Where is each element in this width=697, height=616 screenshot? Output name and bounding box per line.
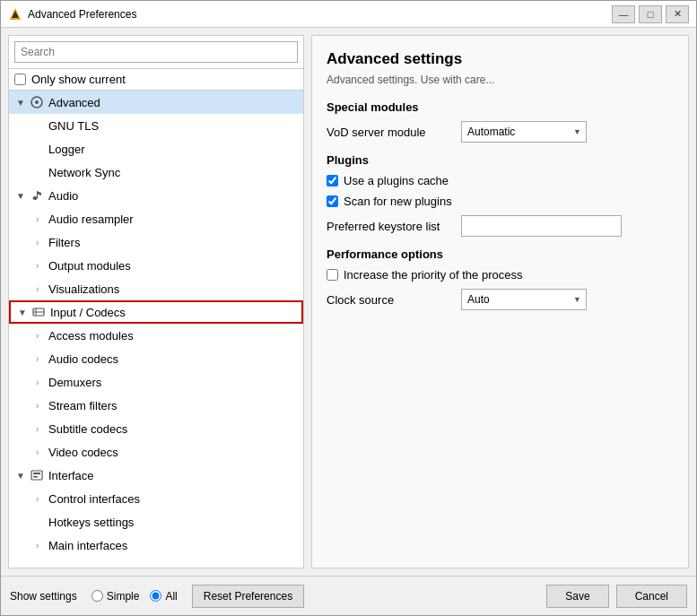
- tree-item-visualizations[interactable]: › Visualizations: [9, 277, 303, 300]
- arrow-interface: ▼: [16, 471, 29, 481]
- clock-source-select-wrapper: Auto Default Monotonic: [461, 289, 587, 310]
- all-radio[interactable]: [150, 590, 161, 602]
- svg-rect-2: [11, 18, 20, 20]
- only-current-checkbox[interactable]: [14, 74, 26, 85]
- only-current-row: Only show current: [9, 69, 303, 91]
- radio-group: Simple All: [91, 590, 178, 603]
- section-special-modules: Special modules: [327, 100, 674, 114]
- svg-rect-10: [31, 471, 42, 480]
- simple-radio[interactable]: [91, 590, 103, 602]
- interface-icon: [29, 467, 45, 483]
- arrow-visualizations: ›: [36, 284, 48, 294]
- tree-item-audio-resampler[interactable]: › Audio resampler: [9, 207, 303, 230]
- vlc-icon: [8, 7, 22, 22]
- arrow-filters: ›: [36, 238, 48, 247]
- tree-item-access-modules[interactable]: › Access modules: [9, 324, 303, 347]
- reset-preferences-button[interactable]: Reset Preferences: [192, 585, 304, 608]
- svg-rect-11: [33, 473, 40, 474]
- vod-row: VoD server module Automatic None: [327, 121, 674, 143]
- arrow-stream-filters: ›: [36, 401, 48, 411]
- preferred-keystore-input[interactable]: [461, 215, 622, 237]
- tree-item-main-interfaces[interactable]: › Main interfaces: [9, 534, 303, 557]
- increase-priority-row: Increase the priority of the process: [327, 268, 674, 282]
- input-codecs-icon: [30, 304, 47, 320]
- tree-label-output-modules: Output modules: [48, 259, 131, 273]
- increase-priority-checkbox[interactable]: [327, 269, 338, 281]
- panel-subtitle: Advanced settings. Use with care...: [327, 74, 674, 86]
- search-input[interactable]: [14, 41, 298, 63]
- arrow-audio-resampler: ›: [36, 214, 48, 224]
- simple-label: Simple: [107, 590, 140, 603]
- tree-label-gnu-tls: GNU TLS: [48, 119, 99, 133]
- arrow-audio: ▼: [16, 191, 29, 201]
- tree-label-demuxers: Demuxers: [48, 376, 101, 389]
- arrow-input-codecs: ▼: [18, 308, 30, 317]
- arrow-subtitle-codecs: ›: [36, 424, 48, 434]
- tree-item-logger[interactable]: Logger: [9, 137, 303, 161]
- all-radio-row: All: [150, 590, 177, 603]
- all-label: All: [165, 590, 177, 603]
- minimize-button[interactable]: —: [612, 5, 635, 23]
- tree-item-interface[interactable]: ▼ Interface: [9, 464, 303, 487]
- cancel-button[interactable]: Cancel: [616, 585, 687, 608]
- tree-label-visualizations: Visualizations: [48, 282, 119, 296]
- vod-label: VoD server module: [327, 126, 452, 139]
- tree-item-control-interfaces[interactable]: › Control interfaces: [9, 487, 303, 510]
- clock-source-label: Clock source: [327, 293, 452, 307]
- tree-item-demuxers[interactable]: › Demuxers: [9, 370, 303, 394]
- tree-label-access-modules: Access modules: [48, 329, 134, 343]
- window-controls: — □ ✕: [612, 5, 689, 23]
- arrow-control-interfaces: ›: [36, 494, 48, 504]
- tree-item-hotkeys-settings[interactable]: Hotkeys settings: [9, 510, 303, 534]
- search-box: [9, 36, 303, 69]
- tree-item-gnu-tls[interactable]: GNU TLS: [9, 114, 303, 137]
- only-current-label: Only show current: [31, 73, 126, 86]
- tree-label-audio-resampler: Audio resampler: [48, 213, 134, 226]
- scan-new-plugins-checkbox[interactable]: [327, 195, 338, 207]
- use-plugins-cache-row: Use a plugins cache: [327, 174, 674, 187]
- tree-item-output-modules[interactable]: › Output modules: [9, 254, 303, 277]
- clock-source-select[interactable]: Auto Default Monotonic: [461, 289, 587, 310]
- tree-label-filters: Filters: [48, 236, 80, 249]
- tree-item-audio-codecs[interactable]: › Audio codecs: [9, 347, 303, 370]
- bottom-bar: Show settings Simple All Reset Preferenc…: [1, 576, 696, 615]
- tree-item-audio[interactable]: ▼ Audio: [9, 184, 303, 207]
- audio-icon: [29, 187, 45, 204]
- app-window: Advanced Preferences — □ ✕ Only show cur…: [0, 0, 697, 616]
- tree-label-control-interfaces: Control interfaces: [48, 492, 140, 506]
- tree-label-main-interfaces: Main interfaces: [48, 539, 127, 552]
- tree-item-stream-filters[interactable]: › Stream filters: [9, 394, 303, 417]
- tree-item-filters[interactable]: › Filters: [9, 230, 303, 254]
- arrow-video-codecs: ›: [36, 447, 48, 457]
- tree-item-network-sync[interactable]: Network Sync: [9, 161, 303, 184]
- use-plugins-cache-checkbox[interactable]: [327, 175, 338, 187]
- tree-item-input-codecs[interactable]: ▼ Input / Codecs: [9, 300, 303, 324]
- tree-label-input-codecs: Input / Codecs: [50, 306, 126, 319]
- save-button[interactable]: Save: [546, 585, 608, 608]
- svg-point-5: [33, 196, 38, 200]
- simple-radio-row: Simple: [91, 590, 140, 603]
- tree-label-audio-codecs: Audio codecs: [48, 352, 118, 366]
- maximize-button[interactable]: □: [639, 5, 662, 23]
- use-plugins-cache-label: Use a plugins cache: [344, 174, 449, 187]
- arrow-access-modules: ›: [36, 331, 48, 341]
- show-settings-label: Show settings: [10, 590, 77, 603]
- scan-new-plugins-row: Scan for new plugins: [327, 195, 674, 208]
- tree-item-subtitle-codecs[interactable]: › Subtitle codecs: [9, 417, 303, 440]
- section-plugins: Plugins: [327, 153, 674, 167]
- tree-label-interface: Interface: [48, 469, 94, 482]
- tree-item-video-codecs[interactable]: › Video codecs: [9, 440, 303, 464]
- tree-item-advanced[interactable]: ▼ Advanced: [9, 91, 303, 114]
- scan-new-plugins-label: Scan for new plugins: [344, 195, 452, 208]
- left-panel: Only show current ▼ Advanced: [8, 35, 304, 568]
- tree-area: ▼ Advanced GNU TLS: [9, 91, 303, 568]
- tree-label-audio: Audio: [48, 189, 78, 203]
- title-bar: Advanced Preferences — □ ✕: [1, 1, 696, 28]
- close-button[interactable]: ✕: [666, 5, 689, 23]
- panel-title: Advanced settings: [327, 50, 674, 68]
- arrow-audio-codecs: ›: [36, 354, 48, 364]
- vod-select[interactable]: Automatic None: [461, 121, 587, 143]
- arrow-output-modules: ›: [36, 261, 48, 271]
- arrow-advanced: ▼: [16, 98, 29, 108]
- arrow-demuxers: ›: [36, 377, 48, 387]
